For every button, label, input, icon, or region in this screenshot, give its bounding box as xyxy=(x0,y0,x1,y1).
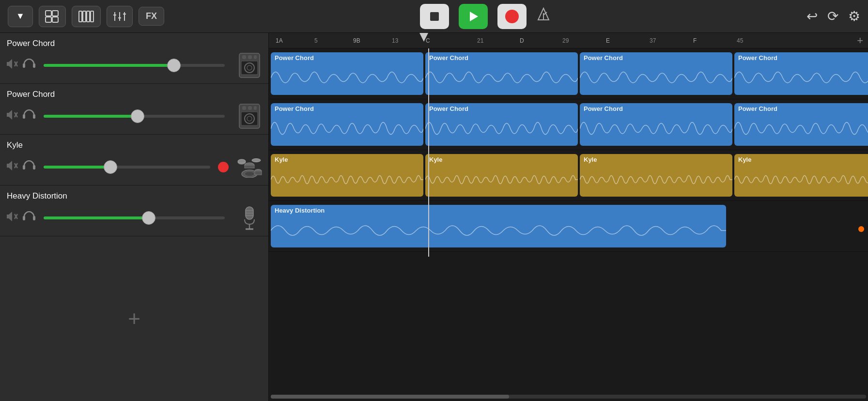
svg-rect-39 xyxy=(248,106,252,110)
tracks-view-button[interactable] xyxy=(39,6,66,27)
settings-icon[interactable]: ⚙ xyxy=(848,8,860,24)
metronome-svg xyxy=(536,7,551,22)
undo-icon[interactable]: ↩ xyxy=(806,8,818,24)
track-3-clip-1[interactable]: Kyle xyxy=(271,154,423,197)
svg-rect-32 xyxy=(23,114,25,119)
orange-dot xyxy=(858,226,864,232)
mic-svg xyxy=(241,205,258,231)
waveform-svg xyxy=(580,61,732,95)
track-3-clip-4[interactable]: Kyle xyxy=(734,154,868,197)
mixer-icon xyxy=(78,10,94,23)
mute-svg-3 xyxy=(6,159,18,172)
track-3-mute-icon[interactable] xyxy=(6,159,18,175)
tracks-view-icon xyxy=(45,10,60,23)
track-1-clip-1[interactable]: Power Chord xyxy=(271,52,423,95)
track-3-fader[interactable] xyxy=(44,166,210,169)
track-3-clip-3[interactable]: Kyle xyxy=(580,154,732,197)
track-2-clip-2[interactable]: Power Chord xyxy=(425,103,578,146)
mixer-button[interactable] xyxy=(72,6,101,27)
loop-icon[interactable]: ⟳ xyxy=(827,8,838,24)
track-1-name: Power Chord xyxy=(7,39,55,48)
tracks-scroll: Power Chord Power Chord Power Chord xyxy=(269,48,868,392)
track-2-fader[interactable] xyxy=(44,115,225,118)
track-3-solo-icon[interactable] xyxy=(22,160,36,174)
clip-label: Power Chord xyxy=(738,105,777,112)
clip-label: Power Chord xyxy=(738,54,777,62)
ruler-mark-13: 13 xyxy=(392,37,398,44)
track-4-fader-track xyxy=(44,216,225,219)
clip-label: Power Chord xyxy=(584,105,623,112)
track-2-clip-4[interactable]: Power Chord xyxy=(734,103,868,146)
track-4-fader[interactable] xyxy=(44,216,225,219)
track-4-mute-icon[interactable] xyxy=(6,210,18,226)
track-3-name: Kyle xyxy=(7,140,23,150)
svg-rect-4 xyxy=(79,11,82,22)
track-2-clip-3[interactable]: Power Chord xyxy=(580,103,732,146)
track-4-name: Heavy Distortion xyxy=(7,191,67,201)
svg-point-47 xyxy=(252,159,261,162)
play-icon xyxy=(467,11,479,22)
track-4-controls xyxy=(6,205,263,231)
fx-button[interactable]: FX xyxy=(139,7,164,26)
track-header-2: Power Chord xyxy=(0,84,268,135)
track-1-clip-4[interactable]: Power Chord xyxy=(734,52,868,95)
clip-label: Power Chord xyxy=(584,54,623,62)
svg-rect-3 xyxy=(52,17,58,22)
ruler-mark-f: F xyxy=(693,37,697,44)
eq-button[interactable] xyxy=(107,6,133,27)
svg-rect-53 xyxy=(255,171,262,175)
track-3-clip-2[interactable]: Kyle xyxy=(425,154,578,197)
track-4-solo-icon[interactable] xyxy=(22,211,36,225)
track-3-fader-thumb[interactable] xyxy=(104,160,117,174)
track-1-fader-fill xyxy=(44,64,174,67)
track-1-fader[interactable] xyxy=(44,64,225,67)
mute-svg-4 xyxy=(6,210,18,223)
track-4-clip-1[interactable]: Heavy Distortion xyxy=(271,205,726,247)
track-2-clip-1[interactable]: Power Chord xyxy=(271,103,423,146)
svg-rect-6 xyxy=(87,11,90,22)
track-2-mute-icon[interactable] xyxy=(6,108,18,124)
stop-button[interactable] xyxy=(420,4,449,29)
svg-rect-0 xyxy=(46,11,51,16)
waveform-svg xyxy=(734,61,868,95)
headphone-svg-2 xyxy=(22,109,36,120)
scrollbar-thumb[interactable] xyxy=(271,395,509,399)
svg-point-51 xyxy=(245,171,254,176)
clip-label: Power Chord xyxy=(429,54,468,62)
scrollbar-track[interactable] xyxy=(271,395,866,399)
fx-label: FX xyxy=(146,11,157,21)
add-track-area[interactable]: + xyxy=(0,236,268,401)
track-2-solo-icon[interactable] xyxy=(22,109,36,123)
waveform-svg xyxy=(425,163,578,197)
track-1-instrument xyxy=(236,52,263,78)
track-4-instrument xyxy=(236,205,263,231)
track-1-solo-icon[interactable] xyxy=(22,59,36,72)
track-1-clip-2[interactable]: Power Chord xyxy=(425,52,578,95)
record-button[interactable] xyxy=(497,4,527,29)
track-2-controls xyxy=(6,103,263,129)
toolbar-left: ▼ xyxy=(8,6,164,27)
svg-rect-7 xyxy=(91,11,93,22)
track-3-record-arm[interactable] xyxy=(218,162,229,172)
play-button[interactable] xyxy=(459,4,488,29)
mute-svg-1 xyxy=(6,58,18,70)
metronome-icon[interactable] xyxy=(536,7,551,25)
mute-svg-2 xyxy=(6,108,18,121)
track-header-4: Heavy Distortion xyxy=(0,185,268,236)
playhead-ruler[interactable] xyxy=(424,33,428,42)
track-1-clip-3[interactable]: Power Chord xyxy=(580,52,732,95)
add-section-button[interactable]: + xyxy=(857,34,863,47)
empty-track-area xyxy=(269,252,868,392)
waveform-svg xyxy=(734,163,868,197)
track-1-fader-thumb[interactable] xyxy=(167,59,181,72)
svg-rect-56 xyxy=(23,216,25,220)
track-4-fader-thumb[interactable] xyxy=(142,211,155,225)
track-4-fader-fill xyxy=(44,216,149,219)
timeline-ruler: 1A 5 9B 13 C 21 D 29 E 37 F 45 + xyxy=(269,33,868,48)
toolbar: ▼ xyxy=(0,0,868,33)
track-2-fader-thumb[interactable] xyxy=(131,109,144,123)
dropdown-button[interactable]: ▼ xyxy=(8,6,33,27)
track-1-mute-icon[interactable] xyxy=(6,58,18,73)
timeline-area: 1A 5 9B 13 C 21 D 29 E 37 F 45 + xyxy=(269,33,868,401)
scrollbar-area xyxy=(269,392,868,401)
